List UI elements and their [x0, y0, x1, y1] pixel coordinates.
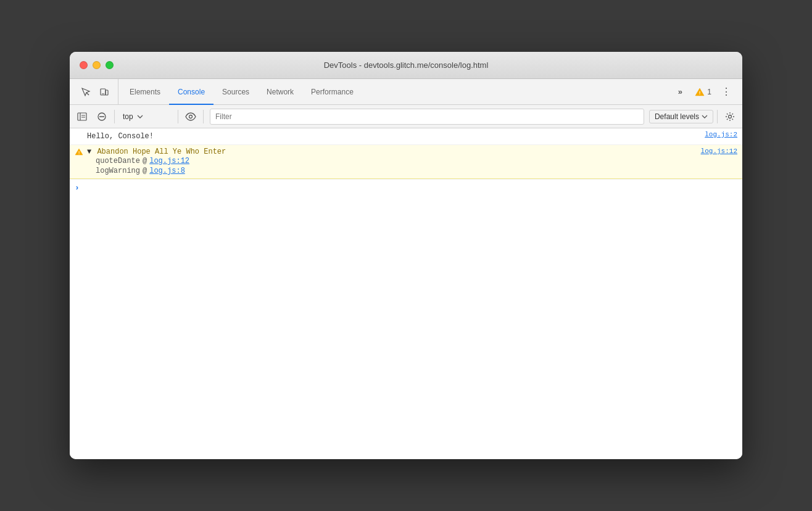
minimize-button[interactable] — [93, 61, 101, 69]
stack-link-2[interactable]: log.js:8 — [149, 167, 185, 175]
warning-message: Abandon Hope All Ye Who Enter — [97, 147, 226, 156]
tab-performance[interactable]: Performance — [302, 80, 362, 105]
context-selector[interactable]: top — [118, 110, 174, 123]
eye-icon-button[interactable] — [182, 108, 199, 125]
maximize-button[interactable] — [106, 61, 114, 69]
svg-rect-5 — [78, 113, 86, 120]
tab-sources[interactable]: Sources — [213, 80, 258, 105]
tab-right-icons: » ! 1 ⋮ — [666, 79, 740, 104]
stack-line-2: logWarning @ log.js:8 — [96, 166, 737, 176]
warning-badge[interactable]: ! 1 — [691, 85, 715, 99]
console-log-source-link[interactable]: log.js:2 — [705, 131, 737, 138]
stack-link-1[interactable]: log.js:12 — [149, 157, 189, 165]
eye-icon — [185, 112, 196, 121]
titlebar: DevTools - devtools.glitch.me/console/lo… — [70, 52, 742, 79]
show-sidebar-button[interactable] — [73, 108, 91, 125]
svg-point-11 — [189, 115, 193, 118]
tab-console[interactable]: Console — [169, 80, 213, 105]
svg-rect-2 — [106, 90, 108, 95]
traffic-lights — [80, 61, 114, 69]
devtools-window: DevTools - devtools.glitch.me/console/lo… — [70, 52, 742, 459]
clear-console-button[interactable] — [93, 108, 110, 125]
svg-point-12 — [729, 115, 732, 118]
console-output: Hello, Console! log.js:2 ! ▼ Abandon Hop… — [70, 128, 742, 459]
filter-input-wrap — [210, 109, 644, 125]
more-options-button[interactable]: ⋮ — [718, 83, 735, 101]
svg-text:!: ! — [78, 151, 80, 156]
console-warning-row: ! ▼ Abandon Hope All Ye Who Enter log.js… — [70, 145, 742, 179]
warning-source-link[interactable]: log.js:12 — [701, 147, 737, 155]
svg-text:!: ! — [699, 90, 701, 96]
devtools-icon-group — [72, 79, 118, 104]
default-levels-button[interactable]: Default levels — [649, 110, 713, 123]
tabs-spacer — [362, 79, 667, 104]
inspector-icon[interactable] — [77, 83, 94, 101]
toolbar-separator-3 — [203, 110, 204, 123]
gear-icon — [725, 112, 735, 122]
tab-elements[interactable]: Elements — [121, 80, 169, 105]
device-toolbar-icon[interactable] — [96, 83, 113, 101]
window-title: DevTools - devtools.glitch.me/console/lo… — [324, 60, 489, 70]
settings-button[interactable] — [721, 108, 739, 125]
svg-line-0 — [86, 93, 89, 95]
console-log-text: Hello, Console! — [87, 131, 700, 142]
devtools-tabs-bar: Elements Console Sources Network Perform… — [70, 79, 742, 105]
console-log-row: Hello, Console! log.js:2 — [70, 128, 742, 145]
close-button[interactable] — [80, 61, 88, 69]
console-prompt-icon: › — [75, 183, 80, 193]
warning-row-body: ▼ Abandon Hope All Ye Who Enter log.js:1… — [87, 147, 737, 176]
console-input-row[interactable]: › — [70, 179, 742, 196]
warning-expand-toggle[interactable]: ▼ — [87, 147, 91, 156]
warning-icon: ! — [75, 148, 83, 156]
filter-input[interactable] — [215, 112, 639, 121]
chevron-down-icon — [137, 115, 143, 118]
tab-network[interactable]: Network — [258, 80, 302, 105]
warning-stack-trace: quoteDante @ log.js:12 logWarning @ log.… — [87, 156, 737, 176]
dropdown-chevron-icon — [702, 115, 708, 118]
more-tabs-button[interactable]: » — [671, 83, 689, 101]
warning-row-icon: ! — [75, 148, 83, 158]
toolbar-separator-2 — [178, 110, 178, 123]
toolbar-separator-4 — [717, 110, 718, 123]
toolbar-separator-1 — [114, 110, 115, 123]
warning-row-header: ▼ Abandon Hope All Ye Who Enter — [87, 147, 226, 156]
warning-triangle-icon: ! — [695, 88, 705, 96]
stack-line-1: quoteDante @ log.js:12 — [96, 156, 737, 166]
console-toolbar: top Default levels — [70, 105, 742, 128]
